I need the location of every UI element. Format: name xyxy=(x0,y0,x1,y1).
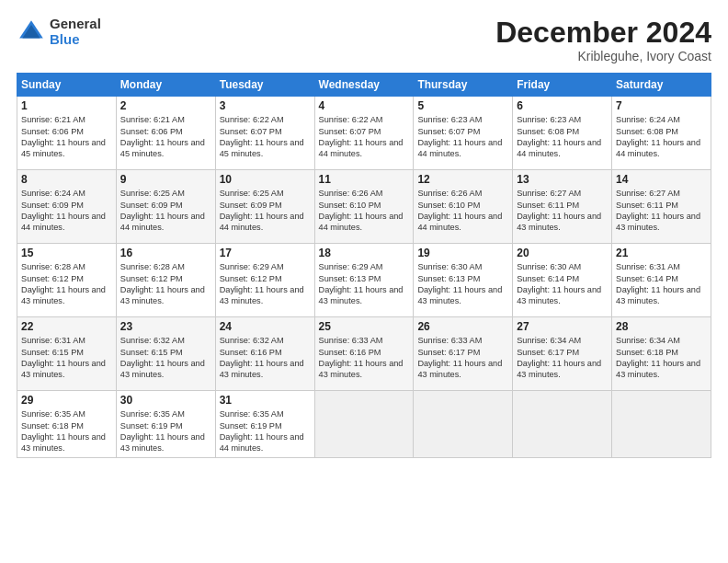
calendar-week-1: 1 Sunrise: 6:21 AMSunset: 6:06 PMDayligh… xyxy=(17,97,711,170)
day-number: 17 xyxy=(220,247,311,259)
day-number: 18 xyxy=(319,247,410,259)
day-info: Sunrise: 6:27 AMSunset: 6:11 PMDaylight:… xyxy=(616,189,700,232)
calendar-cell: 25 Sunrise: 6:33 AMSunset: 6:16 PMDaylig… xyxy=(314,317,414,391)
calendar-cell: 27 Sunrise: 6:34 AMSunset: 6:17 PMDaylig… xyxy=(513,317,612,391)
calendar-cell xyxy=(414,391,513,458)
day-info: Sunrise: 6:26 AMSunset: 6:10 PMDaylight:… xyxy=(417,189,502,232)
calendar-cell: 7 Sunrise: 6:24 AMSunset: 6:08 PMDayligh… xyxy=(612,97,711,170)
day-info: Sunrise: 6:32 AMSunset: 6:16 PMDaylight:… xyxy=(220,336,304,379)
calendar-table: SundayMondayTuesdayWednesdayThursdayFrid… xyxy=(17,73,711,458)
day-number: 13 xyxy=(517,173,608,186)
page: General Blue December 2024 Kribleguhe, I… xyxy=(0,0,728,563)
day-number: 24 xyxy=(220,320,311,333)
day-info: Sunrise: 6:21 AMSunset: 6:06 PMDaylight:… xyxy=(120,115,205,158)
day-number: 8 xyxy=(21,173,112,186)
calendar-cell: 2 Sunrise: 6:21 AMSunset: 6:06 PMDayligh… xyxy=(116,97,215,170)
calendar-cell: 9 Sunrise: 6:25 AMSunset: 6:09 PMDayligh… xyxy=(116,170,215,244)
day-number: 9 xyxy=(120,173,211,186)
day-number: 5 xyxy=(417,99,508,112)
day-info: Sunrise: 6:24 AMSunset: 6:08 PMDaylight:… xyxy=(616,115,700,158)
day-number: 30 xyxy=(120,394,211,407)
calendar-cell: 12 Sunrise: 6:26 AMSunset: 6:10 PMDaylig… xyxy=(414,170,513,244)
day-info: Sunrise: 6:35 AMSunset: 6:19 PMDaylight:… xyxy=(120,409,205,453)
calendar-cell: 19 Sunrise: 6:30 AMSunset: 6:13 PMDaylig… xyxy=(414,244,513,317)
day-info: Sunrise: 6:30 AMSunset: 6:13 PMDaylight:… xyxy=(417,262,502,305)
day-info: Sunrise: 6:30 AMSunset: 6:14 PMDaylight:… xyxy=(517,262,601,305)
day-info: Sunrise: 6:35 AMSunset: 6:18 PMDaylight:… xyxy=(21,409,106,453)
calendar-cell: 11 Sunrise: 6:26 AMSunset: 6:10 PMDaylig… xyxy=(314,170,414,244)
calendar-cell: 1 Sunrise: 6:21 AMSunset: 6:06 PMDayligh… xyxy=(17,97,117,170)
day-number: 29 xyxy=(21,394,112,407)
calendar-cell: 13 Sunrise: 6:27 AMSunset: 6:11 PMDaylig… xyxy=(513,170,612,244)
day-number: 11 xyxy=(319,173,410,186)
logo: General Blue xyxy=(17,17,101,47)
calendar-cell: 16 Sunrise: 6:28 AMSunset: 6:12 PMDaylig… xyxy=(116,244,215,317)
day-number: 6 xyxy=(517,99,608,112)
logo-general-text: General xyxy=(50,17,101,32)
calendar-cell: 20 Sunrise: 6:30 AMSunset: 6:14 PMDaylig… xyxy=(513,244,612,317)
day-number: 23 xyxy=(120,320,211,333)
day-number: 15 xyxy=(21,247,112,259)
calendar-cell: 17 Sunrise: 6:29 AMSunset: 6:12 PMDaylig… xyxy=(215,244,314,317)
day-info: Sunrise: 6:27 AMSunset: 6:11 PMDaylight:… xyxy=(517,189,601,232)
day-number: 1 xyxy=(21,99,112,112)
day-info: Sunrise: 6:23 AMSunset: 6:07 PMDaylight:… xyxy=(417,115,502,158)
calendar-cell: 15 Sunrise: 6:28 AMSunset: 6:12 PMDaylig… xyxy=(17,244,117,317)
day-info: Sunrise: 6:22 AMSunset: 6:07 PMDaylight:… xyxy=(220,115,304,158)
day-info: Sunrise: 6:33 AMSunset: 6:16 PMDaylight:… xyxy=(319,336,404,379)
day-header-tuesday: Tuesday xyxy=(215,74,314,97)
day-number: 2 xyxy=(120,99,211,112)
day-number: 20 xyxy=(517,247,608,259)
calendar-cell: 6 Sunrise: 6:23 AMSunset: 6:08 PMDayligh… xyxy=(513,97,612,170)
day-number: 22 xyxy=(21,320,112,333)
header: General Blue December 2024 Kribleguhe, I… xyxy=(17,17,711,63)
day-info: Sunrise: 6:33 AMSunset: 6:17 PMDaylight:… xyxy=(417,336,502,379)
calendar-cell xyxy=(314,391,414,458)
day-number: 10 xyxy=(220,173,311,186)
day-info: Sunrise: 6:25 AMSunset: 6:09 PMDaylight:… xyxy=(120,189,205,232)
calendar-cell: 10 Sunrise: 6:25 AMSunset: 6:09 PMDaylig… xyxy=(215,170,314,244)
day-info: Sunrise: 6:31 AMSunset: 6:15 PMDaylight:… xyxy=(21,336,106,379)
day-info: Sunrise: 6:28 AMSunset: 6:12 PMDaylight:… xyxy=(120,262,205,305)
calendar-cell: 23 Sunrise: 6:32 AMSunset: 6:15 PMDaylig… xyxy=(116,317,215,391)
calendar-cell: 14 Sunrise: 6:27 AMSunset: 6:11 PMDaylig… xyxy=(612,170,711,244)
calendar-cell: 26 Sunrise: 6:33 AMSunset: 6:17 PMDaylig… xyxy=(414,317,513,391)
logo-icon xyxy=(17,17,46,47)
day-number: 12 xyxy=(417,173,508,186)
month-title: December 2024 xyxy=(495,17,711,49)
calendar-cell: 18 Sunrise: 6:29 AMSunset: 6:13 PMDaylig… xyxy=(314,244,414,317)
calendar-cell: 31 Sunrise: 6:35 AMSunset: 6:19 PMDaylig… xyxy=(215,391,314,458)
day-number: 21 xyxy=(616,247,707,259)
calendar-cell: 5 Sunrise: 6:23 AMSunset: 6:07 PMDayligh… xyxy=(414,97,513,170)
calendar-cell xyxy=(612,391,711,458)
day-info: Sunrise: 6:34 AMSunset: 6:17 PMDaylight:… xyxy=(517,336,601,379)
days-header-row: SundayMondayTuesdayWednesdayThursdayFrid… xyxy=(17,74,711,97)
day-info: Sunrise: 6:31 AMSunset: 6:14 PMDaylight:… xyxy=(616,262,700,305)
logo-text: General Blue xyxy=(50,17,101,47)
day-header-monday: Monday xyxy=(116,74,215,97)
calendar-cell: 29 Sunrise: 6:35 AMSunset: 6:18 PMDaylig… xyxy=(17,391,117,458)
day-number: 4 xyxy=(319,99,410,112)
day-header-wednesday: Wednesday xyxy=(314,74,414,97)
calendar-cell: 3 Sunrise: 6:22 AMSunset: 6:07 PMDayligh… xyxy=(215,97,314,170)
day-info: Sunrise: 6:25 AMSunset: 6:09 PMDaylight:… xyxy=(220,189,304,232)
day-number: 25 xyxy=(319,320,410,333)
day-header-thursday: Thursday xyxy=(414,74,513,97)
day-info: Sunrise: 6:22 AMSunset: 6:07 PMDaylight:… xyxy=(319,115,404,158)
location: Kribleguhe, Ivory Coast xyxy=(495,49,711,63)
day-number: 26 xyxy=(417,320,508,333)
day-number: 31 xyxy=(220,394,311,407)
day-info: Sunrise: 6:21 AMSunset: 6:06 PMDaylight:… xyxy=(21,115,106,158)
day-number: 14 xyxy=(616,173,707,186)
day-info: Sunrise: 6:26 AMSunset: 6:10 PMDaylight:… xyxy=(319,189,404,232)
calendar-cell xyxy=(513,391,612,458)
day-info: Sunrise: 6:24 AMSunset: 6:09 PMDaylight:… xyxy=(21,189,106,232)
calendar-week-4: 22 Sunrise: 6:31 AMSunset: 6:15 PMDaylig… xyxy=(17,317,711,391)
calendar-cell: 4 Sunrise: 6:22 AMSunset: 6:07 PMDayligh… xyxy=(314,97,414,170)
calendar-week-2: 8 Sunrise: 6:24 AMSunset: 6:09 PMDayligh… xyxy=(17,170,711,244)
day-info: Sunrise: 6:34 AMSunset: 6:18 PMDaylight:… xyxy=(616,336,700,379)
day-header-friday: Friday xyxy=(513,74,612,97)
day-info: Sunrise: 6:29 AMSunset: 6:13 PMDaylight:… xyxy=(319,262,404,305)
day-number: 27 xyxy=(517,320,608,333)
calendar-week-5: 29 Sunrise: 6:35 AMSunset: 6:18 PMDaylig… xyxy=(17,391,711,458)
